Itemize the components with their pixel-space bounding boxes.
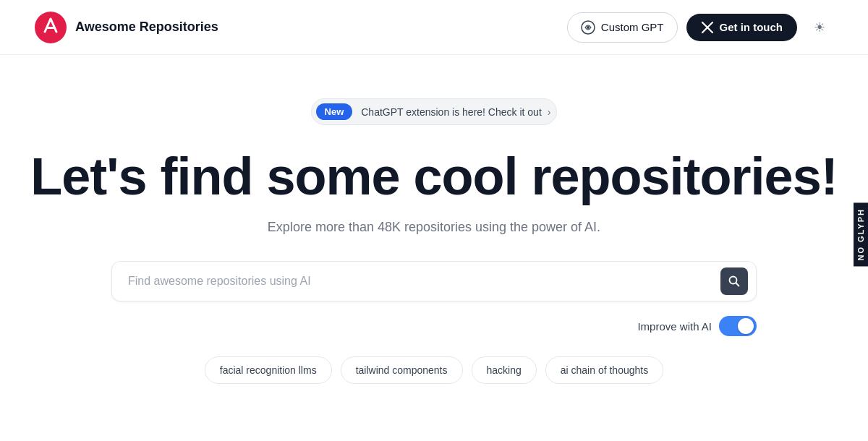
main-content: New ChatGPT extension is here! Check it … — [0, 55, 868, 384]
header: Awesome Repositories Custom GPT Get in t… — [0, 0, 868, 55]
hero-heading: Let's find some cool repositories! — [30, 148, 837, 205]
custom-gpt-label: Custom GPT — [601, 21, 664, 33]
announcement-text: ChatGPT extension is here! Check it out — [361, 106, 542, 118]
announcement-banner[interactable]: New ChatGPT extension is here! Check it … — [311, 98, 558, 125]
search-container — [111, 261, 757, 301]
svg-point-2 — [587, 26, 590, 29]
improve-ai-toggle[interactable] — [719, 316, 757, 336]
theme-toggle-button[interactable]: ☀ — [806, 14, 833, 41]
custom-gpt-button[interactable]: Custom GPT — [567, 12, 678, 43]
get-in-touch-button[interactable]: Get in touch — [686, 14, 798, 41]
hero-subtext: Explore more than 48K repositories using… — [268, 220, 600, 235]
logo-text: Awesome Repositories — [75, 20, 218, 35]
sun-icon: ☀ — [814, 20, 825, 35]
x-twitter-icon — [701, 21, 714, 34]
tag-chip[interactable]: facial recognition llms — [205, 356, 332, 384]
improve-ai-row: Improve with AI — [111, 316, 757, 336]
header-actions: Custom GPT Get in touch ☀ — [567, 12, 833, 43]
tag-chip[interactable]: tailwind components — [341, 356, 463, 384]
tags-row: facial recognition llmstailwind componen… — [205, 356, 663, 384]
svg-line-4 — [736, 283, 739, 286]
search-button[interactable] — [720, 267, 748, 295]
watermark: NO GLYPH — [854, 202, 868, 266]
toggle-slider — [719, 316, 757, 336]
chevron-right-icon: › — [548, 106, 551, 118]
get-in-touch-label: Get in touch — [720, 21, 783, 33]
tag-chip[interactable]: ai chain of thoughts — [545, 356, 663, 384]
tag-chip[interactable]: hacking — [472, 356, 537, 384]
new-badge: New — [316, 103, 353, 120]
logo-area: Awesome Repositories — [35, 12, 218, 43]
improve-ai-label: Improve with AI — [637, 320, 712, 333]
chatgpt-icon — [581, 20, 595, 35]
logo-icon — [35, 12, 67, 43]
search-icon — [728, 275, 740, 287]
search-input[interactable] — [111, 261, 757, 301]
